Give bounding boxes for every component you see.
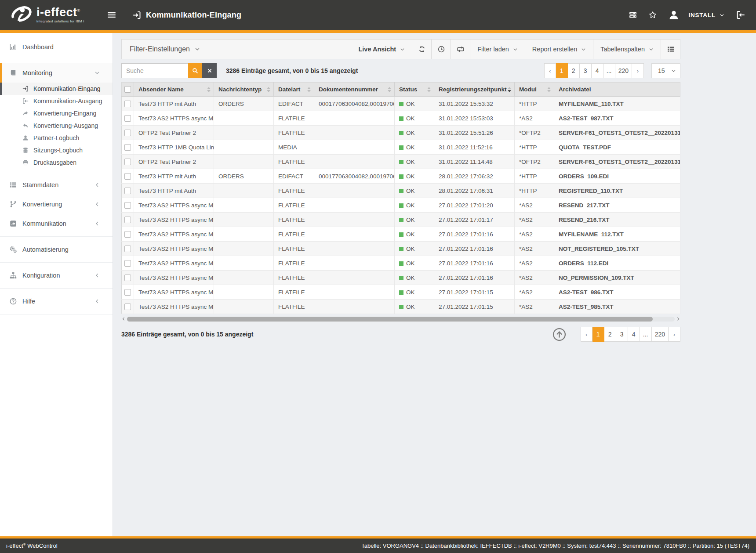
column-header-dateiart[interactable]: Dateiart — [274, 83, 314, 97]
user-menu[interactable]: INSTALL — [669, 10, 724, 20]
row-checkbox[interactable] — [124, 275, 131, 281]
clock-icon — [438, 46, 445, 53]
row-checkbox[interactable] — [124, 188, 131, 194]
report-create-button[interactable]: Report erstellen — [525, 40, 593, 59]
page-next-button[interactable]: › — [669, 327, 680, 342]
row-checkbox[interactable] — [124, 144, 131, 151]
page-button-220[interactable]: 220 — [652, 327, 669, 342]
search-input[interactable] — [121, 63, 188, 78]
cell-nachrichtentyp — [214, 285, 274, 300]
scrollbar-track[interactable] — [127, 317, 675, 322]
page-button-3[interactable]: 3 — [616, 327, 628, 342]
scroll-right-icon[interactable] — [676, 316, 680, 322]
sidebar-item-kommunikation-ausgang[interactable]: Kommunikation-Ausgang — [0, 95, 113, 107]
column-header-status[interactable]: Status — [395, 83, 434, 97]
sidebar-item-kommunikation-eingang[interactable]: Kommunikation-Eingang — [0, 83, 113, 95]
clear-search-button[interactable] — [202, 63, 217, 78]
sidebar-item-partner-logbuch[interactable]: Partner-Logbuch — [0, 132, 113, 144]
page-prev-button[interactable]: ‹ — [581, 327, 592, 342]
row-checkbox[interactable] — [124, 202, 131, 209]
scrollbar-thumb[interactable] — [127, 317, 653, 322]
page-size-select[interactable]: 15 — [651, 63, 680, 78]
page-button-2[interactable]: 2 — [568, 63, 580, 78]
row-checkbox[interactable] — [124, 246, 131, 252]
sidebar-item-konfiguration[interactable]: Konfiguration — [0, 266, 113, 285]
sidebar-item-konvertierung[interactable]: Konvertierung — [0, 195, 113, 214]
menu-toggle-icon[interactable] — [107, 11, 116, 19]
page-button-2[interactable]: 2 — [604, 327, 616, 342]
table-row[interactable]: Test73 AS2 HTTPS async MDNFLATFILEOK27.0… — [122, 213, 680, 227]
column-header-nachrichtentyp[interactable]: Nachrichtentyp — [214, 83, 274, 97]
cell-modul: *OFTP2 — [515, 155, 554, 169]
row-checkbox[interactable] — [124, 130, 131, 136]
row-checkbox[interactable] — [124, 173, 131, 180]
page-button-4[interactable]: 4 — [628, 327, 640, 342]
column-header-dokumentennummer[interactable]: Dokumentennummer — [314, 83, 395, 97]
page-button-1[interactable]: 1 — [556, 63, 568, 78]
table-columns-button[interactable]: Tabellenspalten — [593, 40, 661, 59]
page-ellipsis[interactable]: ... — [640, 327, 652, 342]
list-view-button[interactable] — [661, 40, 680, 59]
table-row[interactable]: Test73 AS2 HTTPS async MDNFLATFILEOK27.0… — [122, 256, 680, 271]
sidebar-item-stammdaten[interactable]: Stammdaten — [0, 175, 113, 195]
column-header-absender[interactable]: Absender Name — [134, 83, 214, 97]
search-button[interactable] — [188, 63, 202, 78]
row-checkbox[interactable] — [124, 115, 131, 122]
table-row[interactable]: Test73 AS2 HTTPS async MDNFLATFILEOK27.0… — [122, 242, 680, 256]
row-checkbox[interactable] — [124, 217, 131, 223]
table-row[interactable]: Test73 AS2 HTTPS async MDNFLATFILEOK27.0… — [122, 227, 680, 242]
sidebar-item-konvertierung-ausgang[interactable]: Konvertierung-Ausgang — [0, 119, 113, 132]
app-logo[interactable]: i-effect® integrated solutions for IBM i — [0, 3, 113, 27]
page-button-4[interactable]: 4 — [592, 63, 603, 78]
repeat-button[interactable] — [451, 40, 470, 59]
sidebar-item-druckausgaben[interactable]: Druckausgaben — [0, 156, 113, 169]
sidebar-item-dashboard[interactable]: Dashboard — [0, 37, 113, 57]
sidebar-item-automatisierung[interactable]: Automatisierung — [0, 240, 113, 259]
table-row[interactable]: Test73 HTTP mit AuthORDERSEDIFACT0001770… — [122, 169, 680, 184]
page-button-3[interactable]: 3 — [580, 63, 592, 78]
live-view-button[interactable]: Live Ansicht — [351, 40, 412, 59]
column-header-modul[interactable]: Modul — [515, 83, 554, 97]
row-checkbox[interactable] — [124, 304, 131, 310]
table-row[interactable]: Test73 AS2 HTTPS async MDNFLATFILEOK27.0… — [122, 300, 680, 314]
page-button-1[interactable]: 1 — [592, 327, 604, 342]
share-icon — [10, 220, 17, 227]
auto-refresh-button[interactable] — [431, 40, 451, 59]
entries-summary: 3286 Einträge gesamt, von 0 bis 15 angez… — [226, 67, 358, 74]
table-row[interactable]: OFTP2 Test Partner 2FLATFILEOK31.01.2022… — [122, 126, 680, 140]
column-header-zeitpunkt[interactable]: Registrierungszeitpunkt — [434, 83, 515, 97]
row-checkbox[interactable] — [124, 289, 131, 296]
sidebar-item-monitoring[interactable]: Monitoring — [0, 63, 113, 83]
table-row[interactable]: Test73 AS2 HTTPS async MDNFLATFILEOK27.0… — [122, 271, 680, 285]
sidebar-item-konvertierung-eingang[interactable]: Konvertierung-Eingang — [0, 107, 113, 119]
page-button-220[interactable]: 220 — [615, 63, 632, 78]
chevron-down-icon — [671, 69, 676, 73]
page-next-button[interactable]: › — [632, 63, 644, 78]
table-row[interactable]: Test73 HTTP 1MB Quota LimitMEDIAOK31.01.… — [122, 140, 680, 155]
server-icon[interactable] — [629, 11, 637, 19]
logout-icon[interactable] — [736, 11, 745, 19]
table-row[interactable]: OFTP2 Test Partner 2FLATFILEOK31.01.2022… — [122, 155, 680, 169]
row-checkbox[interactable] — [124, 159, 131, 165]
table-row[interactable]: Test73 HTTP mit AuthORDERSEDIFACT0001770… — [122, 97, 680, 111]
favorite-star-icon[interactable] — [649, 11, 657, 19]
scroll-left-icon[interactable] — [121, 316, 126, 322]
row-checkbox[interactable] — [124, 101, 131, 107]
page-prev-button[interactable]: ‹ — [544, 63, 556, 78]
filter-load-button[interactable]: Filter laden — [470, 40, 525, 59]
row-checkbox[interactable] — [124, 260, 131, 267]
table-row[interactable]: Test73 AS2 HTTPS async MDNFLATFILEOK27.0… — [122, 285, 680, 300]
sidebar-item-kommunikation[interactable]: Kommunikation — [0, 214, 113, 233]
table-row[interactable]: Test73 AS2 HTTPS async MDNFLATFILEOK31.0… — [122, 111, 680, 126]
refresh-button[interactable] — [412, 40, 431, 59]
sidebar-item-hilfe[interactable]: Hilfe — [0, 292, 113, 311]
page-ellipsis[interactable]: ... — [603, 63, 615, 78]
table-row[interactable]: Test73 HTTP mit AuthFLATFILEOK28.01.2022… — [122, 184, 680, 198]
records-table: Absender NameNachrichtentypDateiartDokum… — [121, 82, 680, 314]
filter-settings-toggle[interactable]: Filter-Einstellungen — [122, 40, 208, 59]
scroll-to-top-button[interactable] — [552, 328, 566, 341]
row-checkbox[interactable] — [124, 231, 131, 238]
select-all-checkbox[interactable] — [124, 86, 131, 93]
table-row[interactable]: Test73 AS2 HTTPS async MDNFLATFILEOK27.0… — [122, 198, 680, 213]
sidebar-item-sitzungs-logbuch[interactable]: Sitzungs-Logbuch — [0, 144, 113, 156]
